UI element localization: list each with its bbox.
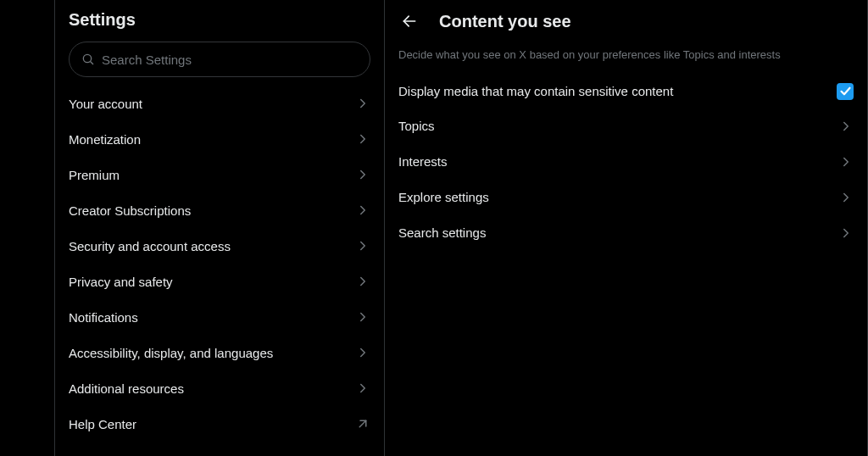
svg-line-1 — [91, 62, 93, 64]
settings-nav-item-label: Notifications — [69, 310, 355, 325]
settings-title: Settings — [55, 0, 384, 38]
chevron-right-icon — [355, 96, 370, 111]
settings-nav-item[interactable]: Monetization — [55, 121, 384, 157]
external-link-icon — [355, 416, 370, 431]
chevron-right-icon — [838, 119, 854, 134]
detail-row[interactable]: Explore settings — [385, 180, 867, 215]
settings-nav-item[interactable]: Help Center — [55, 406, 384, 442]
settings-nav-item-label: Creator Subscriptions — [69, 203, 355, 218]
chevron-right-icon — [355, 309, 370, 325]
detail-row-label: Interests — [398, 154, 448, 169]
detail-title: Content you see — [439, 12, 571, 31]
chevron-right-icon — [355, 381, 370, 396]
sensitive-content-checkbox[interactable] — [837, 83, 854, 100]
settings-nav-item[interactable]: Accessibility, display, and languages — [55, 335, 384, 370]
back-button[interactable] — [395, 7, 424, 36]
detail-row-label: Topics — [398, 119, 435, 133]
chevron-right-icon — [838, 225, 854, 241]
svg-point-0 — [83, 54, 91, 62]
settings-nav-item-label: Monetization — [69, 132, 355, 147]
search-icon — [81, 53, 95, 66]
detail-column: Content you see Decide what you see on X… — [385, 0, 868, 456]
settings-nav-item[interactable]: Premium — [55, 157, 384, 192]
search-input[interactable] — [102, 53, 358, 67]
detail-row-label: Search settings — [398, 225, 486, 240]
settings-column: Settings Your accountMonetizationPremium… — [54, 0, 385, 456]
settings-nav-item[interactable]: Notifications — [55, 299, 384, 335]
settings-nav-item[interactable]: Privacy and safety — [55, 264, 384, 299]
chevron-right-icon — [838, 190, 854, 205]
detail-row[interactable]: Topics — [385, 108, 867, 144]
chevron-right-icon — [355, 238, 370, 253]
settings-nav-item-label: Premium — [69, 168, 355, 182]
search-field[interactable] — [69, 42, 370, 77]
settings-nav-item-label: Security and account access — [69, 239, 355, 253]
detail-header: Content you see — [385, 0, 867, 42]
settings-nav-item[interactable]: Additional resources — [55, 370, 384, 406]
detail-rows: TopicsInterestsExplore settingsSearch se… — [385, 108, 867, 251]
chevron-right-icon — [838, 154, 854, 170]
search-container — [55, 38, 384, 86]
settings-nav-item[interactable]: Security and account access — [55, 228, 384, 264]
settings-nav-item-label: Your account — [69, 97, 355, 111]
settings-nav-item-label: Additional resources — [69, 381, 355, 396]
chevron-right-icon — [355, 131, 370, 147]
settings-nav-item-label: Accessibility, display, and languages — [69, 346, 355, 360]
settings-nav-list: Your accountMonetizationPremiumCreator S… — [55, 86, 384, 442]
settings-nav-item-label: Help Center — [69, 417, 355, 431]
settings-nav-item[interactable]: Your account — [55, 86, 384, 121]
svg-line-2 — [359, 420, 366, 427]
chevron-right-icon — [355, 167, 370, 182]
settings-nav-item[interactable]: Creator Subscriptions — [55, 192, 384, 228]
detail-row[interactable]: Search settings — [385, 215, 867, 251]
chevron-right-icon — [355, 203, 370, 218]
sensitive-content-toggle-row: Display media that may contain sensitive… — [385, 75, 867, 108]
sensitive-content-label: Display media that may contain sensitive… — [398, 84, 673, 98]
detail-row-label: Explore settings — [398, 190, 489, 204]
settings-nav-item-label: Privacy and safety — [69, 275, 355, 289]
chevron-right-icon — [355, 345, 370, 360]
detail-row[interactable]: Interests — [385, 144, 867, 180]
detail-description: Decide what you see on X based on your p… — [385, 42, 867, 75]
chevron-right-icon — [355, 274, 370, 289]
